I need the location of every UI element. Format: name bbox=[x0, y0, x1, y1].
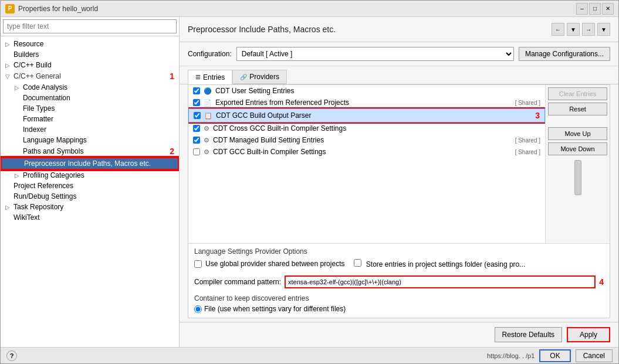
tree-label: Code Analysis bbox=[23, 83, 174, 91]
tab-entries-label: Entries bbox=[203, 73, 225, 81]
tree-item-task-repository[interactable]: ▷ Task Repository bbox=[1, 202, 179, 212]
tree-item-builders[interactable]: Builders bbox=[1, 49, 179, 60]
tree-item-formatter[interactable]: Formatter bbox=[1, 114, 179, 124]
restore-defaults-button[interactable]: Restore Defaults bbox=[495, 327, 562, 342]
status-url: https://blog. . /p1 bbox=[487, 352, 535, 359]
store-entries-checkbox[interactable] bbox=[354, 259, 361, 267]
entry-text: CDT Cross GCC Built-in Compiler Settings bbox=[213, 124, 540, 132]
tab-providers[interactable]: 🔗 Providers bbox=[232, 70, 287, 84]
move-down-button[interactable]: Move Down bbox=[548, 142, 607, 155]
expand-icon: ▷ bbox=[5, 41, 11, 47]
tree-item-cpp-general[interactable]: ▽ C/C++ General 1 bbox=[1, 70, 179, 82]
forward-dropdown[interactable]: ▼ bbox=[597, 23, 610, 36]
side-actions: Clear Entries Reset Move Up Move Down bbox=[545, 85, 610, 243]
entry-icon: ⚙ bbox=[204, 148, 209, 156]
cancel-button[interactable]: Cancel bbox=[576, 349, 613, 362]
tree-label: Run/Debug Settings bbox=[13, 192, 174, 200]
search-input[interactable] bbox=[3, 19, 177, 33]
entry-checkbox[interactable] bbox=[193, 87, 200, 94]
ok-button[interactable]: OK bbox=[539, 349, 570, 362]
list-item[interactable]: ⚙ CDT Managed Build Setting Entries [ Sh… bbox=[188, 134, 545, 146]
entry-checkbox[interactable] bbox=[194, 112, 201, 119]
scroll-indicator bbox=[548, 160, 607, 240]
tree-label: C/C++ Build bbox=[13, 61, 174, 69]
expand-icon: ▷ bbox=[15, 172, 21, 179]
entry-checkbox[interactable] bbox=[193, 148, 200, 155]
entry-checkbox[interactable] bbox=[193, 137, 200, 144]
apply-button[interactable]: Apply bbox=[567, 327, 610, 342]
entry-text: CDT User Setting Entries bbox=[215, 87, 540, 95]
tree-item-preprocessor[interactable]: Preprocessor Include Paths, Macros etc. bbox=[1, 157, 179, 170]
container-label: Container to keep discovered entries bbox=[194, 294, 604, 302]
entry-icon: ⚙ bbox=[204, 125, 209, 132]
bottom-bar: Restore Defaults Apply bbox=[180, 322, 618, 347]
entry-badge: [ Shared ] bbox=[515, 149, 540, 155]
file-radio[interactable] bbox=[194, 305, 202, 313]
store-entries-label: Store entries in project settings folder… bbox=[354, 259, 525, 268]
file-radio-option: File (use when settings vary for differe… bbox=[194, 305, 604, 313]
entries-with-buttons: 🔵 CDT User Setting Entries 📄 Exported En… bbox=[188, 85, 610, 243]
maximize-button[interactable]: □ bbox=[589, 3, 601, 15]
config-select[interactable]: Default [ Active ] bbox=[236, 47, 514, 61]
entry-icon: 🔵 bbox=[204, 87, 212, 95]
tree-item-indexer[interactable]: Indexer bbox=[1, 124, 179, 135]
tree-item-project-references[interactable]: Project References bbox=[1, 181, 179, 191]
tree-item-paths-symbols[interactable]: Paths and Symbols 2 bbox=[1, 145, 179, 157]
reset-button[interactable]: Reset bbox=[548, 103, 607, 115]
tree-label: Builders bbox=[13, 50, 174, 59]
right-panel: Preprocessor Include Paths, Macros etc. … bbox=[180, 17, 618, 347]
back-button[interactable]: ← bbox=[552, 23, 564, 36]
tabs-row: ☰ Entries 🔗 Providers bbox=[180, 66, 618, 84]
tree-item-run-debug[interactable]: Run/Debug Settings bbox=[1, 191, 179, 202]
tree-item-code-analysis[interactable]: ▷ Code Analysis bbox=[1, 82, 179, 93]
use-global-checkbox[interactable] bbox=[194, 260, 202, 268]
list-item[interactable]: 📄 Exported Entries from Referenced Proje… bbox=[188, 97, 545, 108]
compiler-input[interactable] bbox=[285, 275, 596, 288]
expand-icon: ▷ bbox=[5, 204, 11, 210]
tree-item-profiling[interactable]: ▷ Profiling Categories bbox=[1, 170, 179, 181]
move-up-button[interactable]: Move Up bbox=[548, 127, 607, 140]
list-item[interactable]: 📋 CDT GCC Build Output Parser 3 bbox=[188, 108, 545, 123]
tree-item-wikitext[interactable]: WikiText bbox=[1, 212, 179, 223]
list-item[interactable]: ⚙ CDT Cross GCC Built-in Compiler Settin… bbox=[188, 123, 545, 134]
window-controls: – □ ✕ bbox=[576, 3, 614, 15]
tree-label: File Types bbox=[23, 104, 174, 113]
tree-item-resource[interactable]: ▷ Resource bbox=[1, 39, 179, 49]
entry-text: CDT GCC Build Output Parser bbox=[216, 111, 532, 120]
use-global-label: Use global provider shared between proje… bbox=[205, 260, 344, 268]
entries-tab-icon: ☰ bbox=[195, 74, 201, 80]
nav-buttons: ← ▼ → ▼ bbox=[552, 23, 610, 36]
lang-section-title: Language Settings Provider Options bbox=[194, 247, 604, 256]
tree-area: ▷ Resource Builders ▷ C/C++ Build ▽ C/C+… bbox=[1, 36, 179, 347]
tree-label: Preprocessor Include Paths, Macros etc. bbox=[24, 159, 173, 168]
container-section: Container to keep discovered entries Fil… bbox=[188, 292, 610, 318]
clear-entries-button[interactable]: Clear Entries bbox=[548, 87, 607, 100]
list-item[interactable]: 🔵 CDT User Setting Entries bbox=[188, 85, 545, 97]
help-button[interactable]: ? bbox=[6, 351, 17, 361]
manage-configurations-button[interactable]: Manage Configurations... bbox=[519, 47, 610, 61]
tree-item-language-mappings[interactable]: Language Mappings bbox=[1, 135, 179, 145]
tree-item-file-types[interactable]: File Types bbox=[1, 103, 179, 114]
minimize-button[interactable]: – bbox=[576, 3, 588, 15]
expand-icon: ▷ bbox=[5, 62, 11, 69]
expand-icon: ▽ bbox=[5, 73, 11, 80]
annotation-4: 4 bbox=[599, 277, 604, 287]
entry-checkbox[interactable] bbox=[193, 125, 200, 132]
entries-list: 🔵 CDT User Setting Entries 📄 Exported En… bbox=[188, 85, 545, 243]
tree-item-cpp-build[interactable]: ▷ C/C++ Build bbox=[1, 60, 179, 70]
config-label: Configuration: bbox=[188, 50, 232, 58]
back-dropdown[interactable]: ▼ bbox=[567, 23, 580, 36]
tree-label: C/C++ General bbox=[13, 72, 167, 80]
tab-entries[interactable]: ☰ Entries bbox=[188, 70, 232, 84]
window-title: Properties for hello_world bbox=[18, 5, 573, 13]
entry-checkbox[interactable] bbox=[193, 99, 200, 106]
language-settings-section: Language Settings Provider Options Use g… bbox=[188, 243, 610, 273]
providers-tab-icon: 🔗 bbox=[240, 74, 247, 80]
close-button[interactable]: ✕ bbox=[602, 3, 614, 15]
list-item[interactable]: ⚙ CDT GCC Built-in Compiler Settings [ S… bbox=[188, 146, 545, 158]
search-box bbox=[1, 17, 179, 36]
forward-button[interactable]: → bbox=[582, 23, 595, 36]
compiler-row: Compiler command pattern: 4 bbox=[188, 273, 610, 292]
tree-item-documentation[interactable]: Documentation bbox=[1, 93, 179, 103]
tree-label: Task Repository bbox=[13, 203, 174, 211]
